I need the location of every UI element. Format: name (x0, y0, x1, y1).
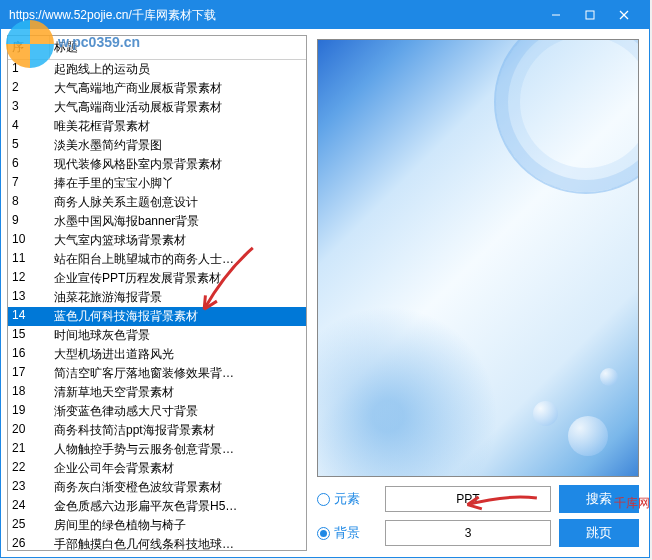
row-title: 大型机场进出道路风光 (50, 345, 306, 364)
row-title: 捧在手里的宝宝小脚丫 (50, 174, 306, 193)
row-index: 1 (8, 60, 50, 79)
row-title: 企业宣传PPT历程发展背景素材 (50, 269, 306, 288)
radio-element[interactable]: 元素 (317, 490, 377, 508)
row-title: 唯美花框背景素材 (50, 117, 306, 136)
table-row[interactable]: 11站在阳台上眺望城市的商务人士… (8, 250, 306, 269)
row-title: 现代装修风格卧室内景背景素材 (50, 155, 306, 174)
table-row[interactable]: 17简洁空旷客厅落地窗装修效果背… (8, 364, 306, 383)
row-index: 17 (8, 364, 50, 383)
table-row[interactable]: 20商务科技简洁ppt海报背景素材 (8, 421, 306, 440)
preview-image (317, 39, 639, 477)
row-index: 14 (8, 307, 50, 326)
jump-button[interactable]: 跳页 (559, 519, 639, 547)
table-row[interactable]: 25房间里的绿色植物与椅子 (8, 516, 306, 535)
table-row[interactable]: 21人物触控手势与云服务创意背景… (8, 440, 306, 459)
row-index: 4 (8, 117, 50, 136)
table-row[interactable]: 9水墨中国风海报banner背景 (8, 212, 306, 231)
right-panel: 元素 搜索 背景 跳页 (313, 35, 643, 551)
row-index: 12 (8, 269, 50, 288)
svg-rect-1 (586, 11, 594, 19)
row-index: 21 (8, 440, 50, 459)
row-title: 企业公司年会背景素材 (50, 459, 306, 478)
row-index: 19 (8, 402, 50, 421)
table-row[interactable]: 16大型机场进出道路风光 (8, 345, 306, 364)
table-row[interactable]: 5淡美水墨简约背景图 (8, 136, 306, 155)
controls-grid: 元素 搜索 背景 跳页 (317, 485, 639, 547)
table-row[interactable]: 7捧在手里的宝宝小脚丫 (8, 174, 306, 193)
table-row[interactable]: 26手部触摸白色几何线条科技地球… (8, 535, 306, 550)
table-header: 序 标题 (8, 36, 306, 60)
table-row[interactable]: 14蓝色几何科技海报背景素材 (8, 307, 306, 326)
close-button[interactable] (607, 1, 641, 29)
decoration (533, 401, 558, 426)
table-row[interactable]: 18清新草地天空背景素材 (8, 383, 306, 402)
radio-background[interactable]: 背景 (317, 524, 377, 542)
row-title: 商务灰白渐变橙色波纹背景素材 (50, 478, 306, 497)
table-row[interactable]: 4唯美花框背景素材 (8, 117, 306, 136)
row-index: 18 (8, 383, 50, 402)
row-title: 大气高端商业活动展板背景素材 (50, 98, 306, 117)
table-row[interactable]: 24金色质感六边形扁平灰色背景H5… (8, 497, 306, 516)
row-title: 淡美水墨简约背景图 (50, 136, 306, 155)
row-index: 7 (8, 174, 50, 193)
row-index: 13 (8, 288, 50, 307)
table-row[interactable]: 6现代装修风格卧室内景背景素材 (8, 155, 306, 174)
keyword-input[interactable] (385, 486, 551, 512)
row-title: 起跑线上的运动员 (50, 60, 306, 79)
results-panel: 序 标题 1起跑线上的运动员2大气高端地产商业展板背景素材3大气高端商业活动展板… (7, 35, 307, 551)
table-row[interactable]: 8商务人脉关系主题创意设计 (8, 193, 306, 212)
row-title: 水墨中国风海报banner背景 (50, 212, 306, 231)
row-index: 20 (8, 421, 50, 440)
table-row[interactable]: 22企业公司年会背景素材 (8, 459, 306, 478)
row-index: 3 (8, 98, 50, 117)
row-title: 大气室内篮球场背景素材 (50, 231, 306, 250)
table-body[interactable]: 1起跑线上的运动员2大气高端地产商业展板背景素材3大气高端商业活动展板背景素材4… (8, 60, 306, 550)
radio-background-label: 背景 (334, 524, 360, 542)
header-title: 标题 (50, 36, 306, 59)
table-row[interactable]: 13油菜花旅游海报背景 (8, 288, 306, 307)
table-row[interactable]: 12企业宣传PPT历程发展背景素材 (8, 269, 306, 288)
row-title: 房间里的绿色植物与椅子 (50, 516, 306, 535)
window-title: https://www.52pojie.cn/千库网素材下载 (9, 7, 539, 24)
row-title: 金色质感六边形扁平灰色背景H5… (50, 497, 306, 516)
row-title: 时间地球灰色背景 (50, 326, 306, 345)
radio-element-label: 元素 (334, 490, 360, 508)
table-row[interactable]: 23商务灰白渐变橙色波纹背景素材 (8, 478, 306, 497)
row-index: 16 (8, 345, 50, 364)
table-row[interactable]: 10大气室内篮球场背景素材 (8, 231, 306, 250)
row-index: 10 (8, 231, 50, 250)
row-index: 23 (8, 478, 50, 497)
row-title: 商务人脉关系主题创意设计 (50, 193, 306, 212)
table-row[interactable]: 2大气高端地产商业展板背景素材 (8, 79, 306, 98)
page-input[interactable] (385, 520, 551, 546)
row-title: 人物触控手势与云服务创意背景… (50, 440, 306, 459)
row-title: 站在阳台上眺望城市的商务人士… (50, 250, 306, 269)
row-index: 11 (8, 250, 50, 269)
decoration (568, 416, 608, 456)
decoration (600, 368, 618, 386)
title-bar: https://www.52pojie.cn/千库网素材下载 (1, 1, 649, 29)
row-index: 22 (8, 459, 50, 478)
row-title: 蓝色几何科技海报背景素材 (50, 307, 306, 326)
row-index: 2 (8, 79, 50, 98)
row-index: 15 (8, 326, 50, 345)
app-window: https://www.52pojie.cn/千库网素材下载 序 标题 1起跑线… (0, 0, 650, 558)
row-index: 6 (8, 155, 50, 174)
table-row[interactable]: 3大气高端商业活动展板背景素材 (8, 98, 306, 117)
row-index: 25 (8, 516, 50, 535)
row-title: 清新草地天空背景素材 (50, 383, 306, 402)
row-index: 5 (8, 136, 50, 155)
table-row[interactable]: 15时间地球灰色背景 (8, 326, 306, 345)
header-index: 序 (8, 36, 50, 59)
table-row[interactable]: 1起跑线上的运动员 (8, 60, 306, 79)
minimize-button[interactable] (539, 1, 573, 29)
table-row[interactable]: 19渐变蓝色律动感大尺寸背景 (8, 402, 306, 421)
side-label: 千库网 (614, 495, 650, 512)
maximize-button[interactable] (573, 1, 607, 29)
row-index: 9 (8, 212, 50, 231)
content-area: 序 标题 1起跑线上的运动员2大气高端地产商业展板背景素材3大气高端商业活动展板… (1, 29, 649, 557)
row-index: 8 (8, 193, 50, 212)
row-title: 商务科技简洁ppt海报背景素材 (50, 421, 306, 440)
row-title: 渐变蓝色律动感大尺寸背景 (50, 402, 306, 421)
row-index: 26 (8, 535, 50, 550)
